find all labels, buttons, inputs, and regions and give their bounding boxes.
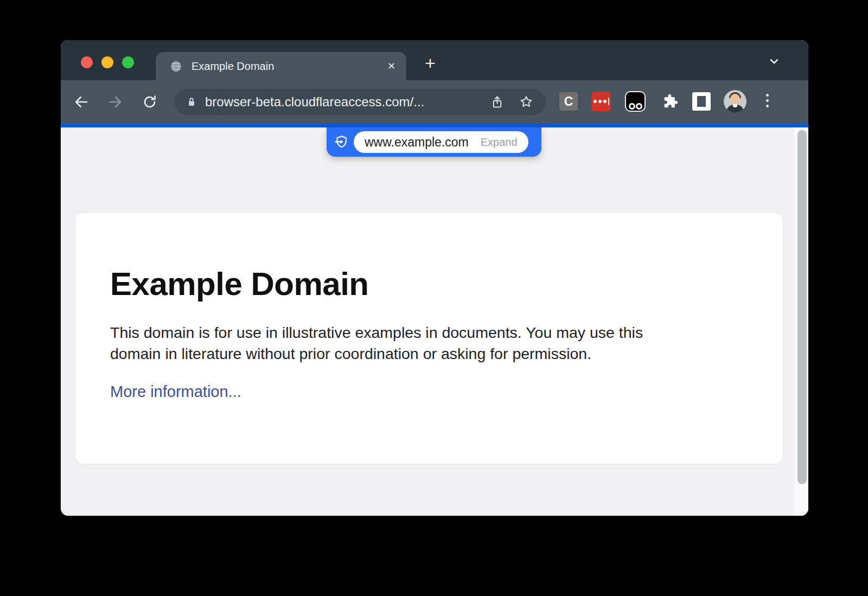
- url-text: browser-beta.cloudflareaccess.com/...: [205, 94, 424, 110]
- paragraph-line-1: This domain is for use in illustrative e…: [110, 322, 750, 343]
- forward-icon[interactable]: [107, 94, 123, 110]
- profile-avatar[interactable]: [724, 90, 746, 113]
- scrollbar-thumb[interactable]: [797, 130, 807, 484]
- extension-c-icon[interactable]: C: [559, 92, 578, 111]
- tab-close-icon[interactable]: ✕: [387, 61, 395, 71]
- tab-search-chevron-icon[interactable]: [767, 54, 781, 68]
- lock-icon[interactable]: [184, 95, 199, 109]
- expand-button[interactable]: Expand: [481, 136, 518, 149]
- isolation-indicator-line: [61, 124, 808, 127]
- reload-icon[interactable]: [142, 94, 158, 110]
- page-title: Example Domain: [110, 265, 750, 303]
- address-bar[interactable]: browser-beta.cloudflareaccess.com/...: [175, 89, 546, 115]
- example-domain-card: Example Domain This domain is for use in…: [75, 213, 783, 464]
- isolated-domain-text: www.example.com: [365, 135, 469, 150]
- tab-bar: Example Domain ✕ +: [61, 40, 808, 80]
- page-paragraph: This domain is for use in illustrative e…: [110, 322, 750, 364]
- extensions-puzzle-icon[interactable]: [661, 93, 679, 110]
- close-window-button[interactable]: [81, 56, 93, 68]
- share-icon[interactable]: [490, 95, 505, 110]
- new-tab-button[interactable]: +: [422, 56, 438, 72]
- browser-menu-icon[interactable]: [766, 94, 769, 107]
- window-controls: [81, 56, 134, 68]
- isolation-domain-pill[interactable]: www.example.com Expand: [327, 127, 541, 157]
- minimize-window-button[interactable]: [101, 56, 113, 68]
- extension-binoculars-icon[interactable]: [625, 91, 646, 112]
- more-information-link[interactable]: More information...: [110, 383, 241, 401]
- browser-window: Example Domain ✕ +: [61, 40, 808, 516]
- zoom-window-button[interactable]: [122, 56, 134, 68]
- extension-sidebar-icon[interactable]: [692, 92, 711, 111]
- tab-example-domain[interactable]: Example Domain ✕: [156, 52, 406, 80]
- back-icon[interactable]: [73, 94, 90, 110]
- bookmark-star-icon[interactable]: [519, 94, 534, 110]
- globe-favicon-icon: [170, 60, 182, 73]
- shield-arrow-icon: [333, 134, 349, 150]
- tab-title: Example Domain: [192, 60, 274, 73]
- isolation-inner-pill: www.example.com Expand: [354, 131, 528, 153]
- browser-toolbar: browser-beta.cloudflareaccess.com/... C: [61, 80, 808, 124]
- extension-lastpass-icon[interactable]: [591, 92, 611, 111]
- paragraph-line-2: domain in literature without prior coord…: [110, 343, 750, 364]
- page-content: www.example.com Expand Example Domain Th…: [61, 127, 808, 516]
